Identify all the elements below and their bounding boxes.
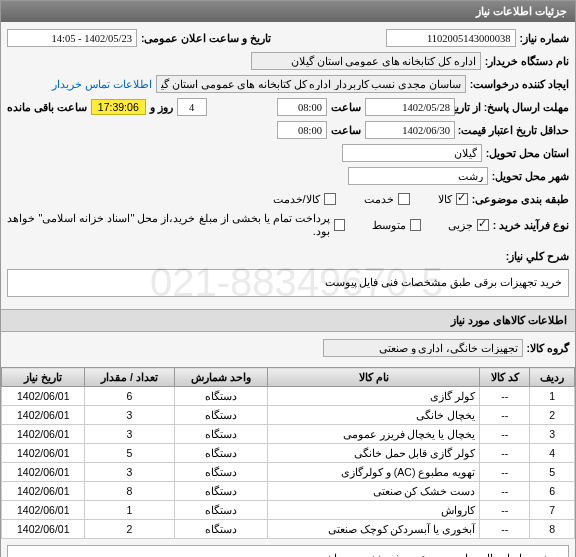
table-row[interactable]: 8--آبخوری یا آبسردکن کوچک صنعتیدستگاه214… xyxy=(2,520,575,539)
cell-unit: دستگاه xyxy=(174,520,267,539)
days-left-field xyxy=(177,98,207,116)
need-number-field[interactable] xyxy=(386,29,516,47)
cell-name: کارواش xyxy=(267,501,479,520)
buyer-org-field xyxy=(251,52,481,70)
pt-medium-checkbox[interactable] xyxy=(410,219,421,231)
buyer-contact-link[interactable]: اطلاعات تماس خریدار xyxy=(52,78,152,90)
need-desc-box: خرید تجهیزات برقی طبق مشخصات فنی فایل پی… xyxy=(7,269,569,297)
cell-code: -- xyxy=(480,463,530,482)
cell-code: -- xyxy=(480,425,530,444)
cell-row: 1 xyxy=(530,387,575,406)
category-label: طبقه بندی موضوعی: xyxy=(472,193,569,205)
cell-code: -- xyxy=(480,520,530,539)
requester-label: ایجاد کننده درخواست: xyxy=(470,78,569,90)
cell-date: 1402/06/01 xyxy=(2,387,85,406)
pt-small-checkbox[interactable] xyxy=(477,219,488,231)
valid-until-label: حداقل تاریخ اعتبار قیمت: تا تاریخ: xyxy=(459,124,569,136)
delivery-city-label: شهر محل تحویل: xyxy=(492,170,569,182)
cell-qty: 1 xyxy=(85,501,174,520)
cell-name: یخچال یا یخچال فریزر عمومی xyxy=(267,425,479,444)
cell-unit: دستگاه xyxy=(174,463,267,482)
pt-note-checkbox[interactable] xyxy=(334,219,345,231)
delivery-city-field[interactable] xyxy=(348,167,488,185)
valid-until-date[interactable] xyxy=(365,121,455,139)
cell-date: 1402/06/01 xyxy=(2,482,85,501)
cell-qty: 2 xyxy=(85,520,174,539)
day-label: روز و xyxy=(150,101,173,113)
table-row[interactable]: 1--کولر گازیدستگاه61402/06/01 xyxy=(2,387,575,406)
cell-code: -- xyxy=(480,501,530,520)
buyer-notes-box: هزینه حمل،ارسال و باربری به عهده فروشنده… xyxy=(7,545,569,557)
buyer-org-label: نام دستگاه خریدار: xyxy=(485,55,569,67)
cell-unit: دستگاه xyxy=(174,501,267,520)
table-row[interactable]: 2--یخچال خانگیدستگاه31402/06/01 xyxy=(2,406,575,425)
cell-name: آبخوری یا آبسردکن کوچک صنعتی xyxy=(267,520,479,539)
pt-note-label: پرداخت تمام یا بخشی از مبلغ خرید،از محل … xyxy=(7,212,330,238)
category-goods-checkbox[interactable] xyxy=(456,193,468,205)
pt-medium-label: متوسط xyxy=(372,219,406,232)
deadline-from-date[interactable] xyxy=(365,98,455,116)
table-row[interactable]: 6--دست خشک کن صنعتیدستگاه81402/06/01 xyxy=(2,482,575,501)
category-service-checkbox[interactable] xyxy=(398,193,410,205)
col-date: تاریخ نیاز xyxy=(2,368,85,387)
items-table: ردیف کد کالا نام کالا واحد شمارش تعداد /… xyxy=(1,367,575,539)
cell-date: 1402/06/01 xyxy=(2,520,85,539)
cell-row: 8 xyxy=(530,520,575,539)
col-code: کد کالا xyxy=(480,368,530,387)
cell-row: 4 xyxy=(530,444,575,463)
col-name: نام کالا xyxy=(267,368,479,387)
table-row[interactable]: 7--کارواشدستگاه11402/06/01 xyxy=(2,501,575,520)
cell-name: تهویه مطبوع (AC) و کولرگازی xyxy=(267,463,479,482)
cell-unit: دستگاه xyxy=(174,425,267,444)
col-qty: تعداد / مقدار xyxy=(85,368,174,387)
countdown-timer: 17:39:06 xyxy=(91,99,146,115)
cell-unit: دستگاه xyxy=(174,387,267,406)
category-goods-service-checkbox[interactable] xyxy=(324,193,336,205)
need-desc-label: شرح کلي نیاز: xyxy=(506,250,569,262)
table-row[interactable]: 5--تهویه مطبوع (AC) و کولرگازیدستگاه3140… xyxy=(2,463,575,482)
cell-qty: 3 xyxy=(85,425,174,444)
cell-qty: 3 xyxy=(85,463,174,482)
cell-date: 1402/06/01 xyxy=(2,444,85,463)
table-row[interactable]: 4--کولر گازی قابل حمل خانگیدستگاه51402/0… xyxy=(2,444,575,463)
cell-date: 1402/06/01 xyxy=(2,425,85,444)
cell-name: دست خشک کن صنعتی xyxy=(267,482,479,501)
cell-row: 5 xyxy=(530,463,575,482)
cell-unit: دستگاه xyxy=(174,406,267,425)
need-number-label: شماره نیاز: xyxy=(520,32,569,44)
goods-section-title: اطلاعات کالاهای مورد نیاز xyxy=(1,309,575,332)
deadline-from-time[interactable] xyxy=(277,98,327,116)
requester-field xyxy=(156,75,466,93)
delivery-province-label: استان محل تحویل: xyxy=(486,147,569,159)
category-service-label: خدمت xyxy=(364,193,394,206)
cell-qty: 8 xyxy=(85,482,174,501)
time-label-2: ساعت xyxy=(331,124,361,136)
panel-title: جزئیات اطلاعات نیاز xyxy=(1,1,575,22)
col-row: ردیف xyxy=(530,368,575,387)
cell-name: کولر گازی xyxy=(267,387,479,406)
cell-unit: دستگاه xyxy=(174,444,267,463)
details-panel: جزئیات اطلاعات نیاز شماره نیاز: تاریخ و … xyxy=(0,0,576,557)
purchase-type-label: نوع فرآیند خرید : xyxy=(493,219,569,231)
cell-code: -- xyxy=(480,387,530,406)
deadline-from-label: مهلت ارسال پاسخ: از تاریخ: xyxy=(459,101,569,113)
cell-code: -- xyxy=(480,482,530,501)
cell-name: یخچال خانگی xyxy=(267,406,479,425)
delivery-province-field[interactable] xyxy=(342,144,482,162)
cell-qty: 5 xyxy=(85,444,174,463)
category-goods-label: کالا xyxy=(438,193,452,206)
cell-row: 6 xyxy=(530,482,575,501)
cell-unit: دستگاه xyxy=(174,482,267,501)
goods-group-field xyxy=(323,339,523,357)
cell-row: 7 xyxy=(530,501,575,520)
cell-name: کولر گازی قابل حمل خانگی xyxy=(267,444,479,463)
announce-date-field[interactable] xyxy=(7,29,137,47)
table-row[interactable]: 3--یخچال یا یخچال فریزر عمومیدستگاه31402… xyxy=(2,425,575,444)
remaining-label: ساعت باقی مانده xyxy=(7,101,87,113)
cell-row: 3 xyxy=(530,425,575,444)
cell-qty: 3 xyxy=(85,406,174,425)
cell-qty: 6 xyxy=(85,387,174,406)
pt-small-label: جزیی xyxy=(448,219,473,232)
cell-date: 1402/06/01 xyxy=(2,406,85,425)
valid-until-time[interactable] xyxy=(277,121,327,139)
